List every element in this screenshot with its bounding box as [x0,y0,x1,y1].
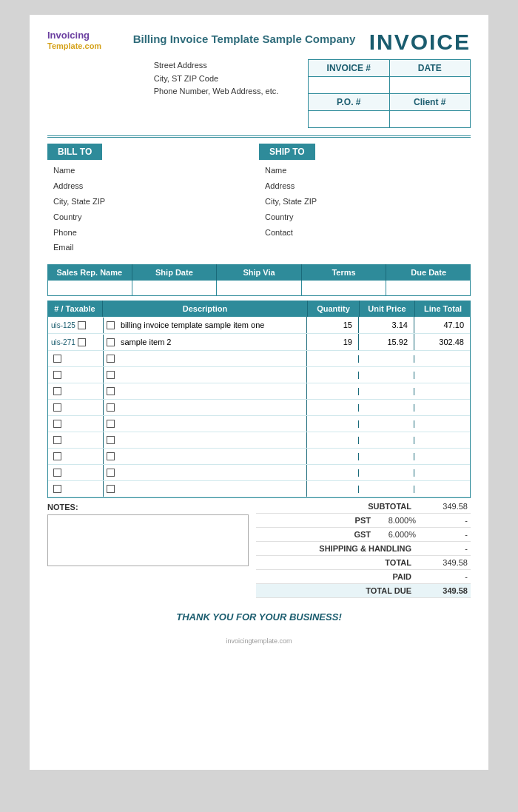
bottom-section: NOTES: SUBTOTAL 349.58 PST 8.000% - GST … [47,498,471,598]
client-value[interactable] [389,111,471,128]
taxable-checkbox[interactable] [53,355,61,363]
info-ship-via-value[interactable] [217,281,301,295]
info-sales-rep-value[interactable] [48,281,132,295]
col-header-desc: Description [103,301,308,317]
ship-city: City, State ZIP [265,194,471,209]
info-ship-via-label: Ship Via [217,264,302,281]
taxable-desc-checkbox[interactable] [107,338,115,346]
info-terms-value[interactable] [302,281,386,295]
item-id: uis-271 [51,338,75,346]
thank-you-text: THANK YOU FOR YOUR BUSINESS! [47,611,471,623]
ship-to-label: SHIP TO [259,144,315,160]
item-line-total [414,486,470,493]
logo-invoicing: Invoicing [47,30,90,41]
bill-ship-section: BILL TO Name Address City, State ZIP Cou… [47,144,471,255]
taxable-checkbox[interactable] [53,403,61,412]
table-row [48,465,470,481]
taxable-checkbox[interactable] [53,387,61,395]
divider [47,135,471,138]
taxable-checkbox[interactable] [53,420,61,428]
info-due-date-value[interactable] [386,281,470,295]
empty-checkbox[interactable] [107,371,115,379]
table-row [48,351,470,367]
col-header-total: Line Total [415,301,471,317]
table-row [48,367,470,383]
paid-row: PAID - [256,570,471,584]
logo-company-block: Invoicing Template.com [47,30,121,50]
table-row [48,400,470,416]
item-quantity [307,420,359,428]
item-line-total [414,388,470,395]
item-line-total [414,355,470,363]
item-description [104,432,307,448]
total-row: TOTAL 349.58 [256,556,471,570]
item-description: sample item 2 [104,334,307,350]
item-description [104,400,307,415]
items-table-header: # / Taxable Description Quantity Unit Pr… [47,301,471,317]
empty-checkbox[interactable] [107,403,115,412]
bill-to-label: BILL TO [47,144,102,160]
shipping-label: SHIPPING & HANDLING [256,544,419,553]
item-description [104,351,307,366]
pst-value: - [419,516,471,525]
item-line-total: 302.48 [414,334,470,350]
item-quantity [307,469,359,477]
taxable-checkbox[interactable] [53,485,61,493]
item-line-total [414,453,470,460]
ship-to-address: Name Address City, State ZIP Country Con… [259,163,471,240]
empty-checkbox[interactable] [107,355,115,363]
item-description [104,449,307,464]
table-row [48,481,470,497]
empty-checkbox[interactable] [107,436,115,444]
item-description [104,416,307,432]
po-value[interactable] [309,111,390,128]
taxable-checkbox[interactable] [53,469,61,477]
date-value[interactable] [389,77,471,94]
taxable-checkbox[interactable] [53,371,61,379]
company-title: Billing Invoice Template Sample Company [121,30,367,45]
invoice-num-value[interactable] [309,77,390,94]
taxable-checkbox[interactable] [78,338,86,346]
item-line-total [414,420,470,428]
street-address: Street Address [154,59,279,73]
notes-box[interactable] [47,514,249,566]
subtotal-row: SUBTOTAL 349.58 [256,500,471,514]
info-ship-date-value[interactable] [132,281,217,295]
logo-template: Template.com [47,41,101,50]
pst-row: PST 8.000% - [256,514,471,528]
gst-row: GST 6.000% - [256,528,471,542]
item-unit-price [359,404,414,412]
item-unit-price [359,388,414,395]
item-quantity: 15 [307,317,359,333]
items-table-body: uis-125 billing invoice template sample … [47,317,471,498]
empty-checkbox[interactable] [107,420,115,428]
pst-rate: 8.000% [378,516,419,525]
empty-checkbox[interactable] [107,452,115,460]
item-quantity [307,437,359,444]
taxable-checkbox[interactable] [78,321,86,329]
date-label: DATE [389,60,471,77]
total-due-row: TOTAL DUE 349.58 [256,584,471,598]
info-ship-date-label: Ship Date [132,264,218,281]
invoice-num-label: INVOICE # [309,60,390,77]
taxable-checkbox[interactable] [53,452,61,460]
gst-value: - [419,530,471,539]
item-line-total [414,437,470,444]
shipping-value: - [419,544,471,553]
empty-checkbox[interactable] [107,485,115,493]
item-num [48,416,104,432]
ship-name: Name [265,163,471,178]
invoice-page: Invoicing Template.com Billing Invoice T… [30,15,488,770]
item-unit-price: 15.92 [359,334,414,350]
notes-label: NOTES: [47,503,249,511]
item-description [104,383,307,399]
item-quantity [307,486,359,493]
empty-checkbox[interactable] [107,387,115,395]
empty-checkbox[interactable] [107,469,115,477]
item-description [104,367,307,383]
total-value: 349.58 [419,558,471,567]
item-quantity [307,355,359,363]
taxable-desc-checkbox[interactable] [107,321,115,329]
bill-country: Country [53,209,259,225]
taxable-checkbox[interactable] [53,436,61,444]
